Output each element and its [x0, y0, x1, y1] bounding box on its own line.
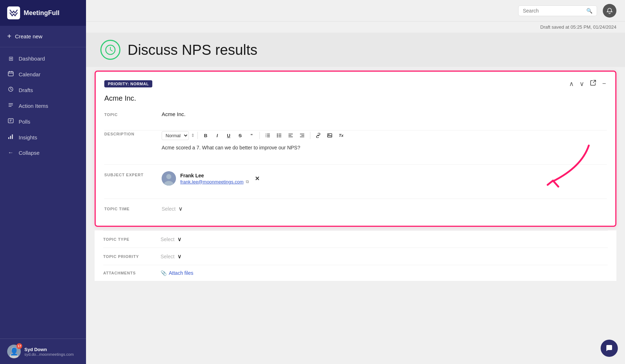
logo-icon: [7, 6, 20, 19]
topic-priority-placeholder: Select: [161, 254, 175, 259]
sidebar-item-label: Insights: [19, 134, 37, 140]
attach-files-button[interactable]: 📎 Attach files: [161, 270, 193, 276]
sidebar-item-drafts[interactable]: Drafts: [0, 82, 86, 98]
open-button[interactable]: [589, 79, 597, 88]
card-actions: ∧ ∨ −: [568, 79, 607, 88]
below-card: TOPIC TYPE Select ∨ TOPIC PRIORITY Selec…: [95, 230, 616, 281]
sidebar-item-calendar[interactable]: Calendar: [0, 66, 86, 82]
sidebar-item-dashboard[interactable]: ⊞ Dashboard: [0, 51, 86, 66]
collapse-card-button[interactable]: −: [601, 79, 607, 88]
create-new-button[interactable]: + Create new: [0, 26, 86, 47]
chevron-down-icon: ∨: [178, 205, 183, 212]
subject-expert-row: SUBJECT EXPERT Frank Lee: [104, 164, 607, 192]
search-icon: 🔍: [586, 8, 592, 14]
subject-expert-label: SUBJECT EXPERT: [104, 171, 162, 177]
italic-button[interactable]: I: [212, 130, 222, 140]
copy-email-icon[interactable]: ⧉: [246, 179, 249, 184]
topic-time-value: Select ∨: [162, 205, 607, 212]
draft-saved-text: Draft saved at 05:25 PM, 01/24/2024: [86, 21, 625, 33]
insights-icon: [7, 134, 14, 141]
expert-wrap: Frank Lee frank.lee@moonmeetings.com ⧉ ✕: [162, 171, 607, 186]
sidebar-item-label: Action Items: [19, 103, 48, 109]
sidebar-item-insights[interactable]: Insights: [0, 129, 86, 145]
sidebar-user: 17 Syd Down syd.do...moonmeetings.com: [0, 339, 86, 364]
action-items-icon: [7, 102, 14, 109]
topic-time-row: TOPIC TIME Select ∨: [104, 198, 607, 219]
clear-format-button[interactable]: Tx: [336, 130, 346, 140]
topic-time-placeholder: Select: [162, 206, 176, 212]
ordered-list-button[interactable]: 123: [263, 130, 273, 140]
topic-priority-label: TOPIC PRIORITY: [103, 254, 161, 259]
svg-point-17: [10, 353, 18, 358]
dashboard-icon: ⊞: [7, 55, 14, 62]
clock-icon: [100, 40, 120, 60]
search-input[interactable]: [523, 8, 583, 14]
topic-priority-row: TOPIC PRIORITY Select ∨: [103, 248, 608, 265]
move-down-button[interactable]: ∨: [579, 79, 585, 88]
remove-expert-button[interactable]: ✕: [253, 175, 261, 182]
sidebar-item-action-items[interactable]: Action Items: [0, 98, 86, 114]
create-new-label: Create new: [15, 33, 43, 39]
move-up-button[interactable]: ∧: [568, 79, 574, 88]
topic-row: TOPIC Acme Inc.: [104, 111, 607, 124]
sidebar-item-label: Dashboard: [19, 56, 45, 62]
svg-rect-15: [12, 134, 13, 139]
sidebar-item-collapse[interactable]: ← Collapse: [0, 145, 86, 160]
expert-name: Frank Lee: [180, 173, 249, 178]
meeting-header: Discuss NPS results: [86, 33, 625, 67]
sidebar-logo: MeetingFull: [0, 0, 86, 26]
sidebar-item-label: Collapse: [19, 150, 39, 156]
underline-button[interactable]: U: [224, 130, 234, 140]
description-text: Acme scored a 7. What can we do better t…: [162, 144, 607, 152]
search-wrap[interactable]: 🔍: [518, 5, 597, 16]
topic-priority-select-wrap[interactable]: Select ∨: [161, 253, 182, 260]
align-left-button[interactable]: [286, 130, 296, 140]
user-name: Syd Down: [24, 347, 74, 352]
polls-icon: [7, 118, 14, 125]
user-info: Syd Down syd.do...moonmeetings.com: [24, 347, 74, 356]
bold-button[interactable]: B: [201, 130, 211, 140]
chat-button[interactable]: [601, 340, 618, 357]
svg-line-6: [11, 89, 12, 90]
description-toolbar: Normal ⇕ B I U S " 123: [162, 130, 607, 140]
expert-value: Frank Lee frank.lee@moonmeetings.com ⧉ ✕: [162, 171, 607, 186]
align-right-button[interactable]: [297, 130, 307, 140]
chevron-down-icon: ∨: [177, 236, 182, 243]
description-row: DESCRIPTION Normal ⇕ B I U S ": [104, 130, 607, 158]
chevron-down-icon: ∨: [177, 253, 182, 260]
notification-button[interactable]: [603, 4, 616, 18]
topic-type-row: TOPIC TYPE Select ∨: [103, 230, 608, 248]
drafts-icon: [7, 86, 14, 94]
topic-card: PRIORITY: NORMAL ∧ ∨ − Acme Inc.: [95, 71, 616, 227]
strikethrough-button[interactable]: S: [235, 130, 245, 140]
topic-type-placeholder: Select: [161, 236, 175, 242]
svg-rect-10: [8, 119, 13, 123]
topbar: 🔍: [86, 0, 625, 21]
expert-info: Frank Lee frank.lee@moonmeetings.com ⧉: [180, 173, 249, 185]
sidebar: MeetingFull + Create new ⊞ Dashboard Cal…: [0, 0, 86, 364]
image-button[interactable]: [325, 130, 335, 140]
page-content: Draft saved at 05:25 PM, 01/24/2024 Disc…: [86, 21, 625, 364]
priority-badge: PRIORITY: NORMAL: [104, 80, 152, 87]
expert-avatar: [162, 171, 176, 186]
calendar-icon: [7, 71, 14, 78]
sidebar-nav: ⊞ Dashboard Calendar: [0, 47, 86, 339]
sidebar-item-polls[interactable]: Polls: [0, 114, 86, 129]
expert-email[interactable]: frank.lee@moonmeetings.com: [180, 179, 244, 185]
quote-button[interactable]: ": [247, 130, 257, 140]
meeting-title: Discuss NPS results: [128, 42, 257, 58]
link-button[interactable]: [313, 130, 323, 140]
collapse-icon: ←: [7, 149, 14, 156]
topic-time-label: TOPIC TIME: [104, 205, 162, 211]
description-label: DESCRIPTION: [104, 130, 162, 136]
svg-rect-13: [8, 137, 9, 139]
expert-email-wrap: frank.lee@moonmeetings.com ⧉: [180, 179, 249, 185]
main-content: 🔍 Draft saved at 05:25 PM, 01/24/2024 Di…: [86, 0, 625, 364]
notification-badge: 17: [16, 343, 22, 349]
topic-time-select-wrap[interactable]: Select ∨: [162, 205, 607, 212]
topic-type-select-wrap[interactable]: Select ∨: [161, 236, 182, 243]
user-email: syd.do...moonmeetings.com: [24, 352, 74, 356]
unordered-list-button[interactable]: [274, 130, 284, 140]
svg-line-20: [110, 50, 113, 51]
format-select[interactable]: Normal: [162, 131, 189, 140]
